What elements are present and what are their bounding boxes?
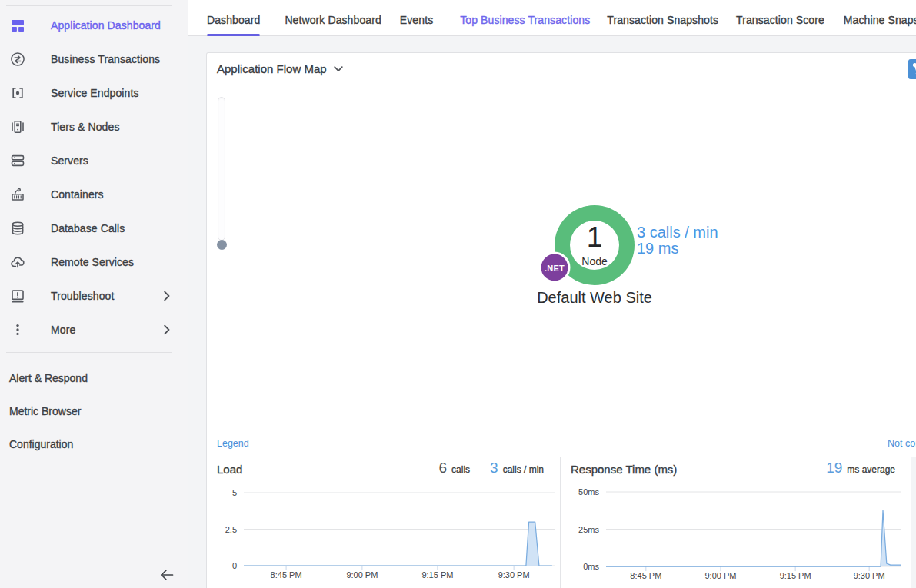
metrics-card: Load 6 calls 3 calls / min 52.508:45 PM9…	[206, 457, 911, 588]
tab-events[interactable]: Events	[400, 5, 433, 36]
kebab-dots-icon	[9, 321, 26, 338]
server-stack-icon	[9, 152, 26, 169]
tier-name-label[interactable]: Default Web Site	[537, 289, 652, 307]
response-time-panel: Response Time (ms) 19 ms average 50ms25m…	[561, 457, 911, 588]
tier-node-inner: 1 Node	[570, 221, 619, 270]
node-count-caption: Node	[581, 255, 607, 267]
svg-text:9:00 PM: 9:00 PM	[705, 571, 737, 580]
svg-text:8:45 PM: 8:45 PM	[271, 570, 302, 580]
tab-transaction-score[interactable]: Transaction Score	[736, 5, 824, 36]
svg-text:9:30 PM: 9:30 PM	[854, 571, 885, 580]
sidebar-item-label: Service Endpoints	[51, 87, 139, 99]
flow-map-header[interactable]: Application Flow Map	[217, 62, 343, 75]
dotnet-badge-label: .NET	[545, 263, 565, 272]
container-crane-icon	[9, 186, 26, 203]
cloud-arrow-icon	[9, 254, 26, 271]
load-chart: 52.508:45 PM9:00 PM9:15 PM9:30 PM	[207, 457, 561, 588]
sidebar-item-containers[interactable]: Containers	[0, 178, 188, 211]
sidebar-item-label: Remote Services	[51, 256, 134, 268]
dashboard-tiles-icon	[9, 17, 26, 34]
node-metrics: 3 calls / min 19 ms	[637, 224, 718, 256]
dotnet-badge: .NET	[539, 252, 571, 284]
zoom-slider-knob[interactable]	[217, 240, 227, 250]
chevron-right-icon	[164, 325, 170, 335]
svg-text:8:45 PM: 8:45 PM	[630, 571, 661, 580]
main-content: DashboardNetwork DashboardEventsTop Busi…	[188, 0, 916, 588]
tab-dashboard[interactable]: Dashboard	[207, 5, 260, 36]
application-flow-map-panel: Application Flow Map 1 Node .NET 3 calls…	[206, 52, 916, 457]
sidebar-item-label: Containers	[51, 188, 104, 201]
sidebar-item-label: Application Dashboard	[51, 19, 161, 32]
sidebar-item-remote-services[interactable]: Remote Services	[0, 245, 188, 279]
tab-transaction-snapshots[interactable]: Transaction Snapshots	[607, 5, 718, 36]
svg-text:0ms: 0ms	[583, 562, 599, 571]
sidebar-link-metric-browser[interactable]: Metric Browser	[0, 394, 188, 427]
sidebar-item-label: Servers	[51, 154, 88, 167]
sidebar-item-business-transactions[interactable]: Business Transactions	[0, 42, 188, 76]
chevron-right-icon	[164, 291, 170, 301]
svg-text:25ms: 25ms	[578, 525, 599, 534]
sidebar-link-alert-respond[interactable]: Alert & Respond	[0, 361, 188, 394]
database-icon	[9, 220, 26, 237]
sidebar-item-tiers-nodes[interactable]: Tiers & Nodes	[0, 110, 188, 144]
sidebar-item-label: More	[51, 324, 75, 336]
sidebar-item-application-dashboard[interactable]: Application Dashboard	[0, 8, 188, 42]
sidebar-item-label: Database Calls	[51, 222, 125, 234]
circled-arrows-icon	[9, 51, 26, 68]
svg-text:2.5: 2.5	[225, 525, 237, 534]
sidebar-item-label: Business Transactions	[51, 53, 160, 65]
svg-text:9:30 PM: 9:30 PM	[498, 570, 530, 580]
tab-top-business-transactions[interactable]: Top Business Transactions	[460, 5, 590, 36]
tab-bar: DashboardNetwork DashboardEventsTop Busi…	[188, 0, 916, 36]
response-time-chart: 50ms25ms0ms8:45 PM9:00 PM9:15 PM9:30 PM	[561, 457, 911, 588]
flow-map-options-button[interactable]	[908, 59, 916, 79]
sidebar-nav: Application DashboardBusiness Transactio…	[0, 8, 188, 347]
tab-network-dashboard[interactable]: Network Dashboard	[285, 5, 381, 36]
sidebar-link-configuration[interactable]: Configuration	[0, 427, 188, 460]
node-count: 1	[587, 224, 603, 251]
sidebar-section-divider	[6, 352, 172, 353]
sidebar-links: Alert & RespondMetric BrowserConfigurati…	[0, 361, 188, 460]
tab-machine-snapshots[interactable]: Machine Snapshots	[844, 5, 916, 36]
node-throughput: 3 calls / min	[637, 224, 718, 241]
screen-alert-icon	[9, 287, 26, 304]
svg-text:0: 0	[232, 561, 237, 570]
svg-text:50ms: 50ms	[578, 487, 599, 497]
topology-icon	[908, 59, 916, 79]
svg-text:9:15 PM: 9:15 PM	[421, 570, 453, 580]
sidebar-item-label: Tiers & Nodes	[51, 121, 119, 133]
node-response-time: 19 ms	[637, 241, 718, 257]
flow-map-title: Application Flow Map	[217, 62, 327, 75]
sidebar-item-more[interactable]: More	[0, 313, 188, 347]
load-panel: Load 6 calls 3 calls / min 52.508:45 PM9…	[207, 457, 561, 588]
sidebar-item-servers[interactable]: Servers	[0, 144, 188, 178]
chevron-down-icon[interactable]	[334, 66, 343, 72]
svg-text:9:15 PM: 9:15 PM	[780, 571, 811, 580]
zoom-slider-track[interactable]	[218, 97, 225, 241]
arrow-left-icon	[158, 573, 175, 586]
sidebar-item-database-calls[interactable]: Database Calls	[0, 211, 188, 245]
sidebar-item-label: Troubleshoot	[51, 290, 114, 302]
legend-link[interactable]: Legend	[217, 438, 249, 449]
sidebar-item-troubleshoot[interactable]: Troubleshoot	[0, 279, 188, 313]
tiers-nodes-icon	[9, 118, 26, 135]
sidebar-item-service-endpoints[interactable]: Service Endpoints	[0, 76, 188, 110]
bracket-dot-icon	[9, 85, 26, 101]
svg-text:9:00 PM: 9:00 PM	[346, 570, 378, 580]
not-comparing-link[interactable]: Not comparing	[888, 438, 916, 449]
sidebar-top-divider	[6, 5, 172, 6]
svg-text:5: 5	[232, 488, 237, 497]
sidebar-collapse-button[interactable]	[158, 566, 175, 583]
sidebar: Application DashboardBusiness Transactio…	[0, 0, 188, 588]
